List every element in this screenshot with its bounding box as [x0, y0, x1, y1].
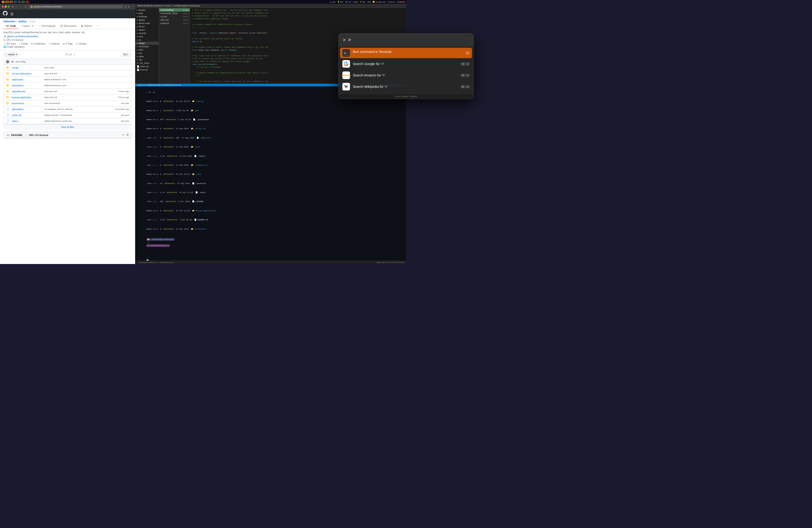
alfred-update-notice: Alfred Update Available: [395, 95, 406, 98]
alfred-results-list: >_ Run command in Terminal ... ↵: [338, 46, 406, 94]
alfred-result-subtitle: ...: [353, 54, 406, 56]
alfred-result-title: Run command in Terminal: [353, 50, 406, 54]
wikipedia-result-icon: W: [342, 83, 350, 90]
google-result-icon: [342, 60, 350, 68]
alfred-result-title: Search Google for '>': [353, 62, 406, 66]
alfred-result-title: Search Wikipedia for '>': [353, 85, 406, 89]
alfred-result-wikipedia[interactable]: W Search Wikipedia for '>' ⌘ 4: [338, 81, 406, 92]
alfred-result-text: Search Wikipedia for '>': [353, 85, 406, 89]
alfred-result-text: Search Amazon for '>': [353, 73, 406, 77]
alfred-input-row: >: [338, 33, 406, 46]
alfred-result-google[interactable]: Search Google for '>' ⌘ 2: [338, 58, 406, 70]
alfred-result-text: Run command in Terminal ...: [353, 50, 406, 56]
alfred-footer: Alfred Update Available: [338, 94, 406, 99]
alfred-result-terminal[interactable]: >_ Run command in Terminal ... ↵: [340, 48, 406, 58]
wikipedia-logo: W: [344, 85, 348, 89]
alfred-modal: > >_ Run command in Terminal ... ↵: [338, 33, 406, 99]
alfred-prompt-icon: >: [343, 37, 346, 43]
alfred-search-input[interactable]: [348, 37, 406, 43]
alfred-result-text: Search Google for '>': [353, 62, 406, 66]
alfred-overlay: > >_ Run command in Terminal ... ↵: [0, 0, 406, 264]
terminal-icon: >_: [344, 51, 348, 55]
terminal-result-icon: >_: [342, 49, 350, 57]
alfred-result-amazon[interactable]: amazon Search Amazon for '>' ⌘ 3: [338, 70, 406, 81]
alfred-result-title: Search Amazon for '>': [353, 73, 406, 77]
amazon-result-icon: amazon: [342, 72, 350, 79]
amazon-logo: amazon: [342, 74, 350, 77]
